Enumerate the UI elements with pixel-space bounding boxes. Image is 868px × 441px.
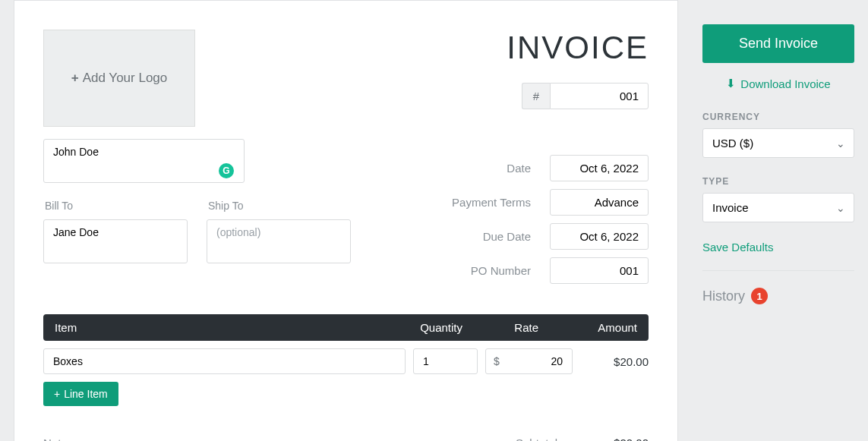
due-date-label: Due Date [440,230,531,243]
payment-terms-label: Payment Terms [440,196,531,209]
history-count-badge: 1 [751,288,768,304]
currency-label: Currency [702,112,854,122]
col-item-header: Item [55,321,402,334]
item-description-input[interactable] [43,348,406,374]
item-rate-wrapper: $ [485,348,573,374]
add-logo-label: Add Your Logo [83,71,168,86]
po-number-input[interactable] [550,257,649,284]
ship-to-label: Ship To [207,200,351,212]
grammarly-icon[interactable]: G [219,163,234,178]
bill-to-label: Bill To [43,200,188,212]
due-date-input[interactable] [550,223,649,250]
subtotal-value: $20.00 [573,436,649,441]
payment-terms-input[interactable] [550,189,649,216]
col-qty-header: Quantity [402,321,470,334]
from-input[interactable]: John Doe [43,139,245,183]
bill-to-input[interactable]: Jane Doe [43,219,188,263]
invoice-number-prefix: # [522,83,550,109]
download-invoice-link[interactable]: ⬇ Download Invoice [702,77,854,90]
download-label: Download Invoice [740,77,830,90]
date-input[interactable] [550,155,649,181]
add-line-item-button[interactable]: + Line Item [43,382,118,406]
col-rate-header: Rate [470,321,561,334]
item-amount-value: $20.00 [580,355,649,368]
currency-select[interactable]: USD ($) [702,128,854,158]
table-row: $ $20.00 [43,341,649,382]
save-defaults-link[interactable]: Save Defaults [702,241,854,254]
type-label: Type [702,176,854,187]
history-link[interactable]: History 1 [702,288,854,304]
divider [702,270,854,271]
item-rate-input[interactable] [500,349,572,373]
send-invoice-button[interactable]: Send Invoice [702,24,854,63]
plus-icon: + [71,71,79,86]
item-quantity-input[interactable] [413,348,478,374]
sidebar: Send Invoice ⬇ Download Invoice Currency… [702,0,854,441]
invoice-card: + Add Your Logo John Doe G Bill To Jane … [14,0,678,441]
invoice-number-input[interactable] [550,83,649,109]
currency-symbol: $ [494,355,500,367]
date-label: Date [440,162,531,175]
subtotal-label: Subtotal [516,436,557,441]
items-table-header: Item Quantity Rate Amount [43,314,649,341]
col-amount-header: Amount [561,321,637,334]
notes-label: Notes [43,436,383,441]
download-icon: ⬇ [726,77,736,90]
history-label: History [702,288,745,304]
ship-to-input[interactable] [207,219,351,263]
add-logo-button[interactable]: + Add Your Logo [43,30,195,127]
type-select[interactable]: Invoice [702,193,854,222]
add-line-label: Line Item [64,388,108,400]
invoice-title: INVOICE [507,30,649,66]
po-number-label: PO Number [440,264,531,277]
plus-icon: + [54,388,60,400]
